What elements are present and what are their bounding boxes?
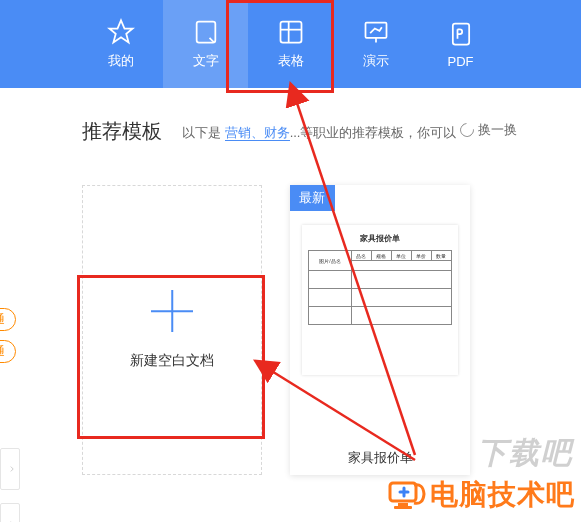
brand-logo: 电脑技术吧	[386, 476, 575, 514]
sheet-icon	[277, 18, 305, 46]
nav-label: 文字	[193, 52, 219, 70]
template-caption: 家具报价单	[290, 449, 470, 467]
star-icon	[107, 18, 135, 46]
nav-label: 演示	[363, 52, 389, 70]
pill-subscribe-2[interactable]: 开通	[0, 340, 16, 363]
badge-new: 最新	[290, 185, 335, 211]
pdf-icon	[447, 20, 475, 48]
doc-preview-title: 家具报价单	[360, 233, 400, 244]
mini-card-1[interactable]	[0, 448, 20, 490]
svg-rect-1	[196, 22, 215, 43]
nav-label: 我的	[108, 52, 134, 70]
nav-label: 表格	[278, 52, 304, 70]
pill-subscribe-1[interactable]: 开通	[0, 308, 16, 331]
template-card-furniture-quote[interactable]: 最新 家具报价单 图片/品名 品名 规格 单位 单价 数量	[290, 185, 470, 475]
section-title: 推荐模板	[82, 118, 162, 145]
presentation-icon	[362, 18, 390, 46]
desc-link[interactable]: 营销、财务	[225, 125, 290, 141]
chevron-right-icon	[9, 464, 15, 474]
brand-icon	[386, 479, 426, 511]
top-nav: 我的 文字 表格 演示 PDF	[0, 0, 581, 88]
cards-row: 新建空白文档 最新 家具报价单 图片/品名 品名 规格 单位 单价 数量	[0, 185, 581, 475]
desc-prefix: 以下是	[182, 125, 225, 140]
svg-marker-0	[109, 20, 132, 42]
svg-rect-13	[394, 506, 412, 509]
svg-rect-2	[280, 22, 301, 43]
refresh-icon	[457, 120, 477, 140]
nav-item-spreadsheet[interactable]: 表格	[248, 0, 333, 88]
svg-rect-5	[365, 23, 386, 38]
nav-item-mine[interactable]: 我的	[78, 0, 163, 88]
nav-item-pdf[interactable]: PDF	[418, 0, 503, 88]
doc-preview-table: 图片/品名 品名 规格 单位 单价 数量	[308, 250, 452, 325]
left-fringe: 开通 开通	[0, 88, 24, 522]
plus-icon	[151, 290, 193, 332]
doc-icon	[192, 18, 220, 46]
refresh-label: 换一换	[478, 121, 517, 139]
svg-rect-12	[398, 503, 408, 506]
section-desc: 以下是 营销、财务...等职业的推荐模板，你可以 换一换	[182, 121, 581, 142]
brand-text: 电脑技术吧	[430, 476, 575, 514]
header-row: 推荐模板 以下是 营销、财务...等职业的推荐模板，你可以 换一换	[0, 118, 581, 145]
nav-label: PDF	[448, 54, 474, 69]
nav-item-writer[interactable]: 文字	[163, 0, 248, 88]
doc-preview: 家具报价单 图片/品名 品名 规格 单位 单价 数量	[302, 225, 458, 375]
mini-card-2[interactable]	[0, 503, 20, 522]
blank-doc-label: 新建空白文档	[130, 352, 214, 370]
desc-suffix: ...等职业的推荐模板，你可以	[290, 125, 460, 140]
refresh-button[interactable]: 换一换	[460, 121, 517, 139]
watermark-text: 下载吧	[477, 433, 573, 474]
nav-item-presentation[interactable]: 演示	[333, 0, 418, 88]
new-blank-doc-card[interactable]: 新建空白文档	[82, 185, 262, 475]
